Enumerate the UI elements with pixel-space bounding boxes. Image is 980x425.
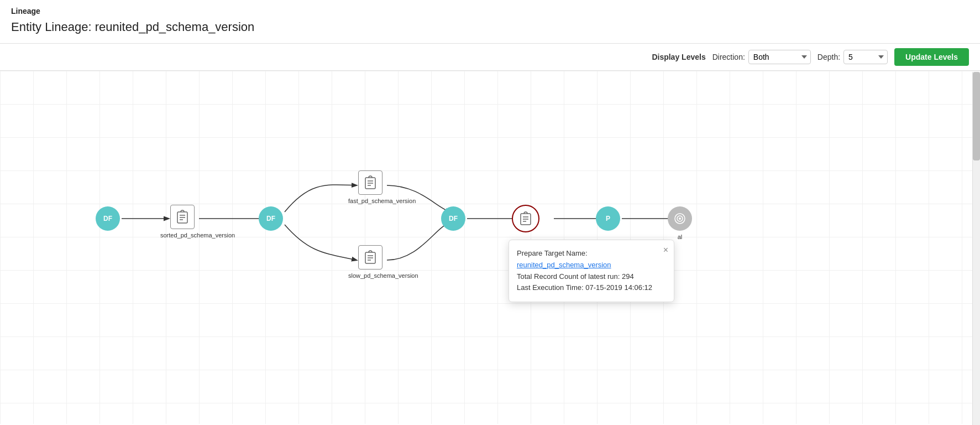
node-sorted[interactable]: sorted_pd_schema_version [160, 205, 205, 239]
fast-icon-box [358, 170, 382, 195]
target-icon [674, 212, 686, 225]
slow-label: slow_pd_schema_version [348, 272, 392, 279]
node-df2[interactable]: DF [259, 206, 283, 231]
display-levels-label: Display Levels [652, 53, 705, 61]
toolbar: Display Levels Direction: Both Upstream … [0, 43, 980, 71]
header: Lineage Entity Lineage: reunited_pd_sche… [0, 0, 980, 43]
popup-execution-time-label: Last Execution Time: [517, 283, 584, 292]
sorted-label: sorted_pd_schema_version [160, 231, 205, 239]
slow-clipboard-icon [364, 250, 377, 265]
node-df3[interactable]: DF [441, 206, 465, 231]
popup-record-count-value: 294 [622, 272, 634, 281]
node-reunited[interactable] [512, 205, 539, 232]
sorted-clipboard-icon [176, 209, 189, 225]
slow-icon-box [358, 245, 382, 269]
reunited-icon-box [512, 205, 539, 232]
popup-record-count-label: Total Record Count of latest run: [517, 272, 620, 281]
node-fast[interactable]: fast_pd_schema_version [348, 170, 392, 205]
popup-prepare-label: Prepare Target Name: [517, 249, 588, 257]
popup-close-button[interactable]: × [663, 246, 668, 255]
direction-control: Direction: Both Upstream Downstream [712, 50, 811, 64]
flow-arrows [0, 71, 980, 424]
popup-prepare-link[interactable]: reunited_pd_schema_version [517, 261, 611, 269]
df2-label: DF [266, 215, 275, 222]
df3-circle: DF [441, 206, 465, 231]
node-df1[interactable]: DF [96, 206, 120, 231]
direction-select[interactable]: Both Upstream Downstream [748, 50, 811, 64]
fast-label: fast_pd_schema_version [348, 197, 392, 205]
df2-circle: DF [259, 206, 283, 231]
df3-label: DF [449, 215, 458, 222]
app-title: Lineage [11, 7, 969, 15]
df1-circle: DF [96, 206, 120, 231]
direction-label: Direction: [712, 53, 745, 61]
depth-label: Depth: [817, 53, 840, 61]
vertical-scrollbar[interactable] [972, 72, 980, 425]
popup-prepare-target: Prepare Target Name: reunited_pd_schema_… [517, 248, 664, 271]
fast-clipboard-icon [364, 175, 377, 190]
svg-point-23 [679, 217, 681, 220]
p1-label: P [606, 215, 610, 222]
target-circle [668, 206, 692, 231]
sorted-icon-box [170, 205, 195, 229]
update-levels-button[interactable]: Update Levels [894, 48, 969, 66]
node-target[interactable]: al [668, 206, 692, 241]
depth-control: Depth: 1234 5678 910 [817, 50, 888, 64]
popup-execution-time-value: 07-15-2019 14:06:12 [585, 283, 652, 292]
popup-record-count: Total Record Count of latest run: 294 [517, 271, 664, 283]
target-label: al [678, 233, 683, 241]
popup-execution-time: Last Execution Time: 07-15-2019 14:06:12 [517, 282, 664, 294]
reunited-clipboard-icon [519, 211, 532, 226]
node-p1[interactable]: P [596, 206, 620, 231]
canvas: DF sorted_pd_schema_version DF [0, 71, 980, 424]
p1-circle: P [596, 206, 620, 231]
node-popup: × Prepare Target Name: reunited_pd_schem… [509, 240, 674, 302]
df1-label: DF [103, 215, 112, 222]
page-title: Entity Lineage: reunited_pd_schema_versi… [11, 20, 969, 34]
depth-select[interactable]: 1234 5678 910 [843, 50, 888, 64]
node-slow[interactable]: slow_pd_schema_version [348, 245, 392, 279]
scrollbar-thumb[interactable] [973, 72, 980, 160]
